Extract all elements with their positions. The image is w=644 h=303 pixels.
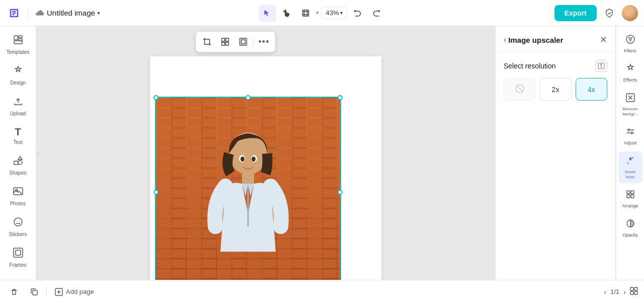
sidebar-item-shapes[interactable]: Shapes xyxy=(3,151,33,180)
design-icon xyxy=(13,65,24,79)
export-button[interactable]: Export xyxy=(554,5,597,21)
frames-label: Frames xyxy=(10,262,27,268)
handle-middle-left[interactable] xyxy=(153,190,158,195)
grid-view-button[interactable] xyxy=(630,287,638,297)
crop-button[interactable] xyxy=(199,34,215,50)
resolution-label: Select resolution xyxy=(504,62,556,70)
svg-rect-4 xyxy=(14,41,22,44)
title-chevron-icon[interactable]: ▾ xyxy=(97,10,100,17)
user-avatar[interactable] xyxy=(622,5,638,21)
sidebar-item-templates[interactable]: Templates xyxy=(3,30,33,59)
svg-rect-36 xyxy=(631,195,634,198)
frame-tool-button[interactable] xyxy=(297,5,314,22)
more-options-button[interactable]: ••• xyxy=(256,34,272,50)
duplicate-button[interactable] xyxy=(26,284,42,300)
filters-icon xyxy=(625,34,635,47)
text-label: Text xyxy=(13,139,22,145)
panel-close-button[interactable]: ✕ xyxy=(600,34,607,45)
stickers-label: Stickers xyxy=(9,232,27,237)
sidebar-item-photos[interactable]: Photos xyxy=(3,182,33,210)
zoom-chevron-icon: ▾ xyxy=(340,10,343,16)
undo-button[interactable] xyxy=(349,5,366,22)
zoom-control[interactable]: 43% ▾ xyxy=(321,7,347,19)
smart-tools-icon xyxy=(625,156,635,168)
resolution-disabled-button[interactable] xyxy=(504,78,535,101)
app-logo[interactable] xyxy=(6,5,22,21)
svg-rect-42 xyxy=(630,291,633,294)
page-indicator: 1/1 xyxy=(610,288,619,295)
layout-button[interactable] xyxy=(217,34,233,50)
sidebar-collapse-icon: › xyxy=(38,151,39,156)
upload-icon xyxy=(13,96,24,109)
sidebar-item-design[interactable]: Design xyxy=(3,61,33,90)
svg-rect-18 xyxy=(242,40,246,44)
sidebar-collapse-button[interactable]: › xyxy=(36,143,41,163)
add-page-button[interactable]: Add page xyxy=(51,285,98,299)
resolution-info-button[interactable] xyxy=(595,60,607,72)
sidebar-item-upload[interactable]: Upload xyxy=(3,92,33,120)
add-page-label: Add page xyxy=(66,288,94,295)
sidebar-item-text[interactable]: T Text xyxy=(3,122,33,149)
bb-divider xyxy=(46,287,47,297)
smart-tools-label: Smarttools xyxy=(625,170,635,179)
document-title[interactable]: Untitled image xyxy=(47,9,95,17)
cloud-icon xyxy=(35,8,45,18)
sidebar-item-frames[interactable]: Frames xyxy=(3,243,33,272)
handle-middle-right[interactable] xyxy=(338,190,343,195)
rs-item-smart-tools[interactable]: Smarttools xyxy=(618,152,642,183)
rs-item-filters[interactable]: Filters xyxy=(618,30,642,57)
rs-item-opacity[interactable]: Opacity xyxy=(618,214,642,242)
opacity-label: Opacity xyxy=(622,233,638,238)
select-tool-button[interactable] xyxy=(259,5,276,22)
svg-rect-16 xyxy=(226,42,229,45)
templates-icon xyxy=(13,34,24,48)
redo-button[interactable] xyxy=(368,5,385,22)
left-sidebar: Templates Design Upload T Text xyxy=(0,26,36,280)
trash-button[interactable] xyxy=(6,284,22,300)
center-tools: ▾ 43% ▾ xyxy=(259,5,385,22)
hand-tool-button[interactable] xyxy=(278,5,295,22)
svg-rect-11 xyxy=(14,248,23,257)
svg-rect-12 xyxy=(16,250,21,255)
panel-body: Select resolution 2x 4x xyxy=(496,52,615,280)
rs-item-effects[interactable]: Effects xyxy=(618,59,642,87)
svg-rect-5 xyxy=(14,161,18,165)
svg-rect-13 xyxy=(222,38,225,41)
rs-item-arrange[interactable]: Arrange xyxy=(618,185,642,212)
svg-rect-35 xyxy=(627,195,630,198)
svg-rect-40 xyxy=(630,287,633,290)
resolution-4x-button[interactable]: 4x xyxy=(576,78,607,101)
templates-label: Templates xyxy=(7,49,30,55)
handle-top-left[interactable] xyxy=(153,95,158,100)
frame-chevron-icon[interactable]: ▾ xyxy=(316,10,319,16)
rs-item-remove-bg[interactable]: Removebackgr... xyxy=(618,89,642,120)
stickers-icon xyxy=(13,216,24,230)
next-page-button[interactable]: › xyxy=(623,288,626,296)
remove-bg-label: Removebackgr... xyxy=(622,107,637,116)
panel-back-button[interactable]: ‹ xyxy=(504,35,506,44)
rs-item-adjust[interactable]: Adjust xyxy=(618,122,642,149)
svg-rect-38 xyxy=(33,290,37,295)
resolution-2x-button[interactable]: 2x xyxy=(539,78,571,101)
svg-point-10 xyxy=(14,218,22,226)
canvas-image-content xyxy=(156,98,340,280)
svg-rect-17 xyxy=(240,38,247,45)
handle-top-right[interactable] xyxy=(338,95,343,100)
prev-page-button[interactable]: ‹ xyxy=(604,288,607,296)
svg-rect-1 xyxy=(14,36,18,40)
filters-label: Filters xyxy=(624,48,636,53)
sidebar-item-stickers[interactable]: Stickers xyxy=(3,212,33,241)
upload-label: Upload xyxy=(10,111,26,116)
topbar-divider-1 xyxy=(28,7,29,19)
svg-rect-33 xyxy=(627,191,630,194)
handle-top-center[interactable] xyxy=(246,95,251,100)
canvas-image-element[interactable] xyxy=(155,97,341,280)
image-frame-button[interactable] xyxy=(235,34,252,50)
svg-point-26 xyxy=(240,157,245,162)
shield-button[interactable] xyxy=(601,5,618,22)
svg-rect-15 xyxy=(222,42,225,45)
svg-point-29 xyxy=(601,64,602,65)
panel-header: ‹ Image upscaler ✕ xyxy=(496,26,615,52)
svg-point-7 xyxy=(18,161,22,165)
bb-right: ‹ 1/1 › xyxy=(604,287,638,297)
